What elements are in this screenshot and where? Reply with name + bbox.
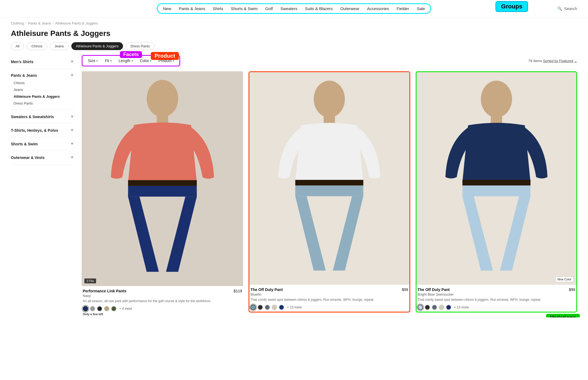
facet-btn-size[interactable]: Size▾ — [86, 57, 100, 64]
product-description: That comfy sweet spot between chinos & j… — [250, 298, 408, 302]
sidebar-section-header[interactable]: Pants & Jeans+ — [11, 72, 74, 78]
search-icon: 🔍 — [557, 6, 562, 11]
breadcrumb-sep: / — [26, 21, 27, 25]
product-description: That comfy sweet spot between chinos & j… — [418, 298, 575, 302]
color-swatches: + 13 more — [418, 305, 575, 310]
sort-area: 79 Items Sorted by Featured ⌄ — [528, 59, 577, 63]
color-swatch[interactable] — [439, 305, 444, 310]
page-title: Athleisure Pants & Joggers — [0, 27, 588, 42]
filter-tab-dress-pants[interactable]: Dress Pants — [126, 42, 154, 50]
sidebar-section: Pants & Jeans+ChinosJeansAthleisure Pant… — [11, 69, 74, 110]
product-card[interactable]: New ColorThe Off Duty Pant$99Bright Blue… — [416, 71, 577, 312]
product-variant: Bright Blue Seersucker — [418, 292, 575, 296]
facet-btn-length[interactable]: Length▾ — [117, 57, 135, 64]
color-swatch[interactable] — [104, 306, 109, 311]
color-swatch[interactable] — [418, 305, 423, 310]
sort-link[interactable]: Sorted by Featured ⌄ — [543, 59, 577, 63]
nav-item-outerwear[interactable]: Outerwear — [340, 6, 359, 11]
items-count: 79 Items — [528, 59, 542, 63]
filter-tab-chinos[interactable]: Chinos — [27, 42, 47, 50]
sidebar-section-title: Shorts & Swim — [11, 142, 38, 146]
nav-item-shorts---swim[interactable]: Shorts & Swim — [231, 6, 258, 11]
more-colors[interactable]: + 13 more — [454, 305, 469, 309]
svg-point-3 — [314, 81, 345, 117]
product-card[interactable]: 3 FitsPerformance Link Pants$119NavyAn a… — [82, 71, 243, 317]
chevron-down-icon: ▾ — [150, 59, 151, 62]
color-swatch[interactable] — [97, 306, 102, 311]
facet-btn-product[interactable]: Product▾Product — [156, 57, 176, 64]
svg-rect-8 — [462, 180, 530, 186]
product-name-price: The Off Duty Pant$99 — [418, 287, 575, 292]
nav-item-accessories[interactable]: Accessories — [367, 6, 389, 11]
sidebar-sub-item[interactable]: Jeans — [14, 87, 74, 92]
breadcrumb-link[interactable]: Pants & Jeans — [28, 21, 51, 25]
expand-icon[interactable]: + — [71, 155, 74, 160]
sidebar-sub-item[interactable]: Athleisure Pants & Joggers — [14, 94, 74, 99]
color-swatch[interactable] — [272, 305, 277, 310]
color-swatches: + 4 more — [83, 306, 242, 311]
product-card[interactable]: The Off Duty Pant$99BluefinThat comfy sw… — [249, 71, 410, 312]
more-colors[interactable]: + 4 more — [119, 307, 132, 311]
facet-label-fit: Fit — [105, 59, 109, 63]
product-name: The Off Duty Pant — [418, 287, 450, 292]
more-colors[interactable]: + 13 more — [287, 305, 302, 309]
sidebar-section-title: T-Shirts, Henleys, & Polos — [11, 128, 58, 133]
facet-btn-fit[interactable]: Fit▾ — [103, 57, 114, 64]
nav-item-suits---blazers[interactable]: Suits & Blazers — [305, 6, 333, 11]
color-swatch[interactable] — [432, 305, 437, 310]
expand-icon[interactable]: + — [71, 127, 74, 133]
filter-tab-jeans[interactable]: Jeans — [50, 42, 69, 50]
facet-label-color: Color — [140, 59, 149, 63]
sidebar-section: Shorts & Swim+ — [11, 137, 74, 151]
filter-tab-athleisure-pants---joggers[interactable]: Athleisure Pants & Joggers — [71, 42, 123, 50]
groups-annotation: Groups — [495, 1, 528, 12]
product-card-wrapper: New ColorThe Off Duty Pant$99Bright Blue… — [416, 71, 577, 317]
expand-icon[interactable]: + — [71, 72, 74, 78]
color-swatch[interactable] — [111, 306, 117, 311]
sidebar-sub-item[interactable]: Chinos — [14, 80, 74, 85]
nav-item-new[interactable]: New — [163, 6, 171, 11]
facet-label-size: Size — [88, 59, 95, 63]
sidebar-section-header[interactable]: Men's Shirts+ — [11, 59, 74, 65]
nav-item-sale[interactable]: Sale — [417, 6, 425, 11]
nav-item-fielder[interactable]: Fielder — [397, 6, 409, 11]
model-figure — [416, 72, 576, 285]
color-swatch[interactable] — [250, 305, 256, 310]
color-swatches: + 13 more — [250, 305, 408, 310]
sidebar-section-title: Outerwear & Vests — [11, 155, 45, 160]
search-area[interactable]: 🔍 Search — [557, 6, 577, 11]
color-swatch[interactable] — [265, 305, 270, 310]
sidebar-section: Men's Shirts+ — [11, 55, 74, 69]
sidebar-section: T-Shirts, Henleys, & Polos+ — [11, 124, 74, 137]
expand-icon[interactable]: + — [71, 114, 74, 119]
product-variant: Navy — [83, 294, 242, 298]
product-variant: Bluefin — [250, 292, 408, 296]
sidebar-section-header[interactable]: Shorts & Swim+ — [11, 141, 74, 147]
color-swatch[interactable] — [279, 305, 284, 310]
breadcrumb-link[interactable]: Clothing — [11, 21, 24, 25]
color-swatch[interactable] — [258, 305, 263, 310]
nav-item-shirts[interactable]: Shirts — [213, 6, 223, 11]
nav-item-golf[interactable]: Golf — [265, 6, 273, 11]
color-swatch[interactable] — [90, 306, 95, 311]
sidebar-section-header[interactable]: Sweaters & Sweatshirts+ — [11, 114, 74, 119]
sidebar-section-header[interactable]: T-Shirts, Henleys, & Polos+ — [11, 127, 74, 133]
filter-tab-all[interactable]: All — [11, 42, 24, 50]
product-price: $99 — [569, 287, 575, 292]
product-name: Performance Link Pants — [83, 289, 126, 293]
facets-wrapper: Facets Size▾Fit▾Length▾Color▾Product▾Pro… — [82, 55, 180, 66]
sidebar-section-title: Men's Shirts — [11, 60, 33, 64]
color-swatch[interactable] — [425, 305, 430, 310]
expand-icon[interactable]: + — [71, 141, 74, 147]
nav-item-sweaters[interactable]: Sweaters — [280, 6, 298, 11]
new-color-badge: New Color — [555, 277, 574, 282]
nav-item-pants---jeans[interactable]: Pants & Jeans — [179, 6, 205, 11]
color-swatch[interactable] — [446, 305, 451, 310]
variations-annotation: Variations — [546, 314, 580, 317]
expand-icon[interactable]: + — [71, 59, 74, 65]
sidebar-section-header[interactable]: Outerwear & Vests+ — [11, 155, 74, 160]
product-card-wrapper: The Off Duty Pant$99BluefinThat comfy sw… — [249, 71, 410, 317]
color-swatch[interactable] — [83, 306, 88, 311]
sidebar-sub-item[interactable]: Dress Pants — [14, 101, 74, 106]
sidebar: Men's Shirts+Pants & Jeans+ChinosJeansAt… — [11, 55, 74, 317]
